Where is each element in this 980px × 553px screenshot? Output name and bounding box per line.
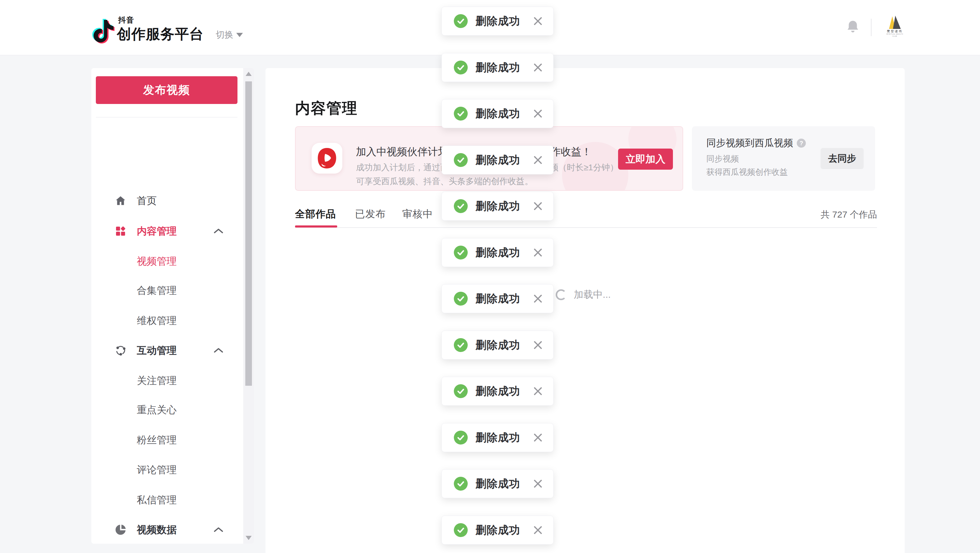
- switch-account-dropdown[interactable]: 切换: [216, 29, 243, 41]
- douyin-logo-icon: [91, 13, 115, 44]
- close-icon[interactable]: [533, 248, 543, 257]
- sidebar-item-private-message-management[interactable]: 私信管理: [96, 485, 237, 515]
- sidebar-item-key-care[interactable]: 重点关心: [96, 395, 237, 425]
- sync-to-xigua-panel: 同步视频到西瓜视频 ? 同步视频 获得西瓜视频创作收益 去同步: [692, 126, 875, 191]
- tab-under-review[interactable]: 审核中: [402, 207, 433, 221]
- close-icon[interactable]: [533, 108, 543, 119]
- sidebar-item-interaction-management[interactable]: 互动管理: [96, 335, 237, 365]
- sidebar-item-label: 重点关心: [137, 403, 177, 417]
- scroll-up-arrow[interactable]: [246, 72, 251, 76]
- success-toast: 删除成功: [441, 53, 554, 82]
- scroll-down-arrow[interactable]: [246, 536, 251, 540]
- success-check-icon: [454, 199, 468, 213]
- sidebar-item-fans-management[interactable]: 粉丝管理: [96, 425, 237, 455]
- close-icon[interactable]: [533, 16, 543, 26]
- success-check-icon: [454, 523, 468, 537]
- sidebar-item-video-data[interactable]: 视频数据: [96, 515, 237, 545]
- success-check-icon: [454, 477, 468, 491]
- sidebar-item-label: 私信管理: [137, 493, 177, 507]
- sidebar-item-label: 首页: [137, 194, 157, 208]
- sidebar-scrollbar[interactable]: [243, 68, 254, 543]
- success-check-icon: [454, 106, 468, 121]
- brand-name-large: 创作服务平台: [117, 25, 204, 44]
- loading-spinner-icon: [556, 289, 566, 300]
- sidebar-item-home[interactable]: 首页: [96, 186, 237, 216]
- toast-message: 删除成功: [476, 14, 520, 29]
- user-avatar[interactable]: 樊登读书 SPIRITUAL WEALTH CLUB: [885, 16, 905, 38]
- chevron-up-icon: [213, 348, 224, 353]
- toast-message: 删除成功: [476, 338, 520, 353]
- sidebar-item-label: 粉丝管理: [137, 433, 177, 447]
- help-question-icon[interactable]: ?: [797, 138, 806, 148]
- sidebar-item-rights-management[interactable]: 维权管理: [96, 305, 237, 336]
- scrollbar-thumb[interactable]: [245, 81, 252, 386]
- notification-bell-icon[interactable]: [846, 19, 860, 34]
- success-toast: 删除成功: [441, 331, 554, 359]
- works-count: 共 727 个作品: [821, 208, 877, 221]
- toast-message: 删除成功: [476, 384, 520, 399]
- success-check-icon: [454, 384, 468, 398]
- publish-video-button[interactable]: 发布视频: [96, 76, 237, 104]
- success-toast: 删除成功: [441, 238, 554, 267]
- loading-text: 加载中...: [574, 288, 611, 301]
- close-icon[interactable]: [533, 155, 543, 165]
- close-icon[interactable]: [533, 432, 543, 443]
- sidebar-item-label: 内容管理: [137, 224, 177, 238]
- toast-message: 删除成功: [476, 106, 520, 121]
- join-now-button[interactable]: 立即加入: [618, 149, 673, 170]
- interaction-icon: [113, 343, 128, 358]
- sidebar-item-follow-management[interactable]: 关注管理: [96, 365, 237, 396]
- sidebar-item-content-management[interactable]: 内容管理: [96, 216, 237, 246]
- success-toast: 删除成功: [441, 284, 554, 313]
- tab-label: 全部作品: [295, 208, 336, 219]
- sidebar-item-label: 评论管理: [137, 463, 177, 477]
- sidebar-item-data-overview[interactable]: 数据总览: [96, 545, 237, 553]
- toast-message: 删除成功: [476, 523, 520, 538]
- close-icon[interactable]: [533, 294, 543, 304]
- close-icon[interactable]: [533, 201, 543, 211]
- tab-published[interactable]: 已发布: [355, 207, 386, 221]
- works-tabs: 全部作品 已发布 审核中 共 727 个作品: [295, 204, 877, 228]
- main-content-card: 内容管理 加入中视频伙伴计划，抖音播放也可获得创作收益！ 成功加入计划后，通过西…: [266, 68, 905, 553]
- close-icon[interactable]: [533, 62, 543, 73]
- success-toast: 删除成功: [441, 423, 554, 452]
- sync-panel-subtext: 同步视频 获得西瓜视频创作收益: [706, 152, 788, 179]
- toast-message: 删除成功: [476, 60, 520, 75]
- success-check-icon: [454, 153, 468, 167]
- grid-icon: [113, 224, 128, 238]
- sidebar-item-label: 维权管理: [137, 314, 177, 327]
- success-check-icon: [454, 292, 468, 305]
- sidebar-item-comment-management[interactable]: 评论管理: [96, 455, 237, 485]
- close-icon[interactable]: [533, 478, 543, 489]
- avatar-dark-triangle: [893, 16, 901, 29]
- close-icon[interactable]: [533, 525, 543, 535]
- brand-name-small: 抖音: [118, 15, 134, 25]
- tab-label: 审核中: [402, 208, 433, 219]
- toast-message: 删除成功: [476, 431, 520, 445]
- toast-message: 删除成功: [476, 153, 520, 168]
- sidebar-item-label: 视频数据: [137, 523, 177, 537]
- chevron-down-icon: [236, 33, 243, 37]
- avatar-logo-shapes: [885, 16, 905, 30]
- success-check-icon: [454, 246, 468, 259]
- tab-all-works[interactable]: 全部作品: [295, 207, 336, 221]
- success-toast: 删除成功: [441, 377, 554, 406]
- banner-subtext-line2: 可享受西瓜视频、抖音、头条多端的创作收益。: [356, 175, 618, 188]
- sync-subtext-line2: 获得西瓜视频创作收益: [706, 165, 788, 179]
- sync-subtext-line1: 同步视频: [706, 152, 788, 165]
- sidebar-item-label: 互动管理: [137, 344, 177, 358]
- success-toast: 删除成功: [441, 6, 554, 35]
- sidebar-item-video-management[interactable]: 视频管理: [96, 246, 237, 276]
- sidebar-item-label: 合集管理: [137, 284, 177, 297]
- toast-message: 删除成功: [476, 245, 520, 260]
- success-check-icon: [454, 431, 468, 445]
- go-sync-button[interactable]: 去同步: [821, 148, 864, 169]
- xigua-video-icon: [312, 143, 342, 173]
- success-check-icon: [454, 338, 468, 352]
- chevron-up-icon: [213, 228, 224, 234]
- tab-label: 已发布: [355, 208, 386, 219]
- sidebar-item-collection-management[interactable]: 合集管理: [96, 275, 237, 305]
- close-icon[interactable]: [533, 386, 543, 396]
- close-icon[interactable]: [533, 340, 543, 350]
- sidebar: 发布视频 首页 内容管理 视频管理 合集管理 维权管理: [91, 68, 254, 543]
